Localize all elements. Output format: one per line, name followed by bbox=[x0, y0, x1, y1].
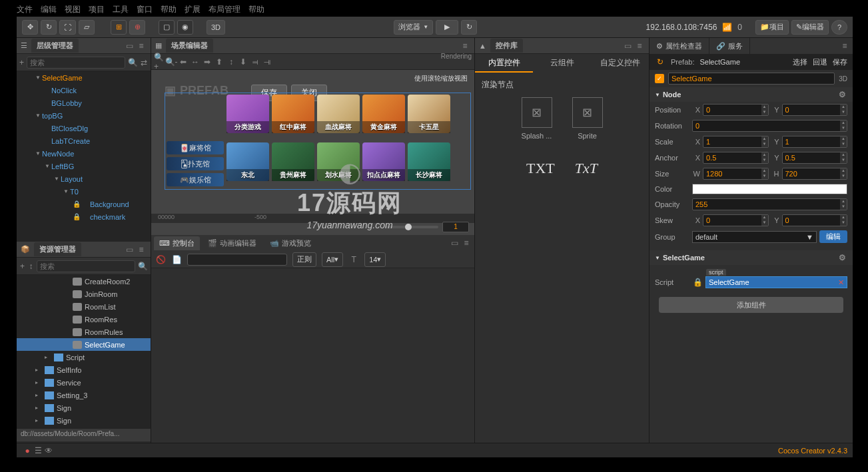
services-tab[interactable]: 🔗 服务 bbox=[709, 38, 750, 54]
menu-icon[interactable]: ≡ bbox=[634, 41, 645, 51]
pos-x-input[interactable]: 0▲▼ bbox=[703, 104, 769, 116]
level-filter[interactable]: All ▾ bbox=[322, 252, 343, 267]
asset-item[interactable]: ▸Setting_3 bbox=[17, 389, 151, 401]
asset-item[interactable]: RoomRules bbox=[17, 326, 151, 338]
group-edit-button[interactable]: 编辑 bbox=[819, 230, 847, 243]
prefab-revert[interactable]: 回退 bbox=[813, 57, 827, 67]
sync-icon[interactable]: ⇄ bbox=[141, 57, 147, 68]
widget-txt[interactable]: TXT bbox=[526, 160, 555, 177]
color-input[interactable] bbox=[692, 184, 847, 194]
preview-tab[interactable]: 📹 游戏预览 bbox=[264, 236, 316, 250]
game-tile[interactable]: 扣点点麻将 bbox=[362, 142, 405, 181]
align-right-icon[interactable]: ➡ bbox=[202, 57, 213, 67]
prefab-select[interactable]: 选择 bbox=[793, 57, 807, 67]
dist-v-icon[interactable]: ⫣ bbox=[262, 57, 272, 67]
hierarchy-item[interactable]: 🔒checkmark bbox=[17, 210, 151, 223]
dist-h-icon[interactable]: ⫤ bbox=[250, 57, 260, 67]
hierarchy-item[interactable]: BGLobby bbox=[17, 97, 151, 109]
pivot-tool[interactable]: ⊕ bbox=[129, 20, 145, 35]
builtin-tab[interactable]: 内置控件 bbox=[475, 54, 533, 73]
hierarchy-item[interactable]: 🔒Background bbox=[17, 198, 151, 210]
asset-item[interactable]: ▸Sign bbox=[17, 401, 151, 414]
zoom-out-icon[interactable]: 🔍- bbox=[166, 57, 177, 67]
dock-icon[interactable]: ▭ bbox=[124, 244, 135, 255]
game-tile[interactable]: 东北 bbox=[226, 142, 269, 181]
rect-select[interactable]: ▢ bbox=[159, 20, 175, 35]
asset-item[interactable]: CreateRoom2 bbox=[17, 275, 151, 288]
custom-tab[interactable]: 自定义控件 bbox=[591, 54, 649, 73]
node-name-input[interactable] bbox=[668, 73, 835, 85]
zoom-slider[interactable]: 1 bbox=[385, 222, 469, 232]
scale-y-input[interactable]: 1▲▼ bbox=[782, 136, 848, 148]
3d-toggle[interactable]: 3D bbox=[207, 20, 225, 35]
asset-item[interactable]: ▸Service bbox=[17, 376, 151, 389]
hierarchy-item[interactable]: ▼LeftBG bbox=[17, 160, 151, 172]
game-tile[interactable]: 长沙麻将 bbox=[408, 142, 450, 181]
hierarchy-item[interactable]: ▼topBG bbox=[17, 109, 151, 122]
game-tile[interactable]: 血战麻将 bbox=[317, 95, 360, 133]
pos-y-input[interactable]: 0▲▼ bbox=[782, 104, 848, 116]
console-filter-input[interactable] bbox=[187, 254, 287, 266]
dock-icon[interactable]: ▭ bbox=[124, 41, 135, 51]
project-button[interactable]: 📁 项目 bbox=[755, 20, 789, 35]
game-tile[interactable]: 卡五星 bbox=[408, 95, 450, 133]
add-component-button[interactable]: 添加组件 bbox=[659, 297, 843, 313]
dock-icon[interactable]: ▭ bbox=[622, 41, 633, 51]
game-tile[interactable]: 划水麻将 bbox=[317, 142, 360, 181]
zoom-in-icon[interactable]: 🔍+ bbox=[154, 57, 165, 67]
search-icon[interactable]: 🔍 bbox=[138, 261, 148, 272]
clear-console-icon[interactable]: 🚫 bbox=[155, 254, 166, 265]
error-icon[interactable]: ● bbox=[22, 445, 33, 456]
align-left-icon[interactable]: ⬅ bbox=[178, 57, 189, 67]
asset-item[interactable]: SelectGame bbox=[17, 338, 151, 351]
refresh-tool[interactable]: ↻ bbox=[41, 20, 57, 35]
scene-viewport[interactable]: ▣ PREFAB 使用滚轮缩放视图 保存 关闭 🀄麻将馆 🂡扑克馆 🎮娱乐馆 分… bbox=[151, 70, 474, 235]
global-tool[interactable]: ◉ bbox=[177, 20, 193, 35]
anchor-y-input[interactable]: 0.5▲▼ bbox=[782, 152, 848, 164]
align-top-icon[interactable]: ⬆ bbox=[214, 57, 224, 67]
log-icon[interactable]: ☰ bbox=[33, 445, 43, 456]
align-bottom-icon[interactable]: ⬇ bbox=[238, 57, 248, 67]
add-node-button[interactable]: + bbox=[19, 57, 24, 68]
size-w-input[interactable]: 1280▲▼ bbox=[703, 168, 769, 180]
rect-tool[interactable]: ▱ bbox=[79, 20, 95, 35]
rotation-input[interactable]: 0▲▼ bbox=[692, 120, 847, 132]
asset-item[interactable]: ▸Sign bbox=[17, 414, 151, 427]
3d-dropdown[interactable]: 3D bbox=[839, 75, 847, 83]
asset-item[interactable]: ▸Script bbox=[17, 351, 151, 363]
cloud-tab[interactable]: 云组件 bbox=[533, 54, 591, 73]
move-tool[interactable]: ✥ bbox=[22, 20, 38, 35]
game-tile[interactable]: 黄金麻将 bbox=[362, 95, 405, 133]
anchor-x-input[interactable]: 0.5▲▼ bbox=[703, 152, 769, 164]
console-tab[interactable]: ⌨ 控制台 bbox=[154, 236, 200, 250]
play-button[interactable]: ▶ bbox=[436, 20, 458, 35]
game-tile[interactable]: 分类游戏 bbox=[226, 95, 269, 133]
skew-x-input[interactable]: 0▲▼ bbox=[703, 214, 769, 226]
open-log-icon[interactable]: 📄 bbox=[171, 254, 182, 265]
anchor-tool[interactable]: ⊞ bbox=[111, 20, 127, 35]
widget-sprite[interactable]: ⊠Sprite bbox=[572, 97, 603, 140]
widget-txt-italic[interactable]: TxT bbox=[575, 160, 598, 177]
align-center-v-icon[interactable]: ↕ bbox=[226, 57, 236, 67]
hierarchy-item[interactable]: ▼Layout bbox=[17, 172, 151, 185]
editor-button[interactable]: ✎ 编辑器 bbox=[791, 20, 829, 35]
size-h-input[interactable]: 720▲▼ bbox=[782, 168, 848, 180]
menu-icon[interactable]: ≡ bbox=[136, 244, 147, 255]
category-item[interactable]: 🂡扑克馆 bbox=[167, 157, 224, 170]
hierarchy-item[interactable]: ▼NewNode bbox=[17, 147, 151, 160]
preview-target[interactable]: 浏览器 ▼ bbox=[394, 20, 433, 35]
hierarchy-item[interactable]: NoClick bbox=[17, 84, 151, 97]
active-checkbox[interactable]: ✓ bbox=[655, 74, 664, 83]
add-asset-button[interactable]: + bbox=[19, 261, 25, 272]
node-section[interactable]: ▼Node⚙ bbox=[650, 87, 853, 102]
dock-icon[interactable]: ▭ bbox=[449, 238, 460, 248]
help-button[interactable]: ? bbox=[831, 20, 847, 35]
opacity-input[interactable]: 255▲▼ bbox=[692, 198, 847, 210]
sync-icon[interactable]: ↻ bbox=[655, 57, 665, 67]
reload-button[interactable]: ↻ bbox=[461, 20, 477, 35]
game-tile[interactable]: 贵州麻将 bbox=[272, 142, 314, 181]
inspector-tab[interactable]: ⚙ 属性检查器 bbox=[650, 38, 709, 54]
menu-icon[interactable]: ≡ bbox=[839, 41, 850, 51]
hierarchy-item[interactable]: BtCloseDlg bbox=[17, 122, 151, 134]
menu-icon[interactable]: ≡ bbox=[460, 41, 470, 51]
